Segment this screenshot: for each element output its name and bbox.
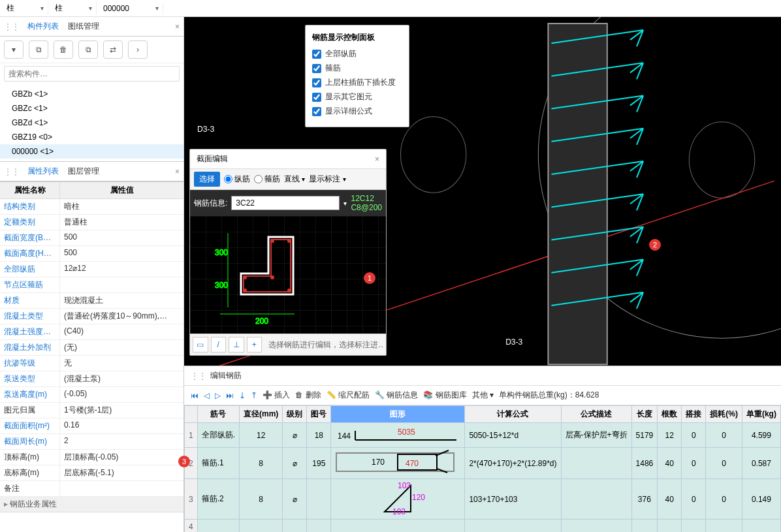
property-row[interactable]: 定额类别普通柱 — [0, 215, 183, 230]
tab-drawing-manage[interactable]: 图纸管理 — [67, 20, 101, 33]
property-row[interactable]: 材质现浇混凝土 — [0, 293, 183, 309]
rebar-check[interactable]: 全部纵筋 — [312, 48, 402, 59]
scale-button[interactable]: 📏 缩尺配筋 — [327, 390, 370, 401]
prop-value[interactable]: 层底标高(-5.1) — [60, 465, 183, 481]
item-dropdown[interactable]: 000000▾ — [99, 3, 163, 14]
import-icon[interactable]: ⤒ — [251, 391, 257, 400]
drag-handle-icon[interactable]: ⋮⋮ — [191, 371, 206, 381]
table-row[interactable]: 2箍筋.18⌀1951704702*(470+170)+2*(12.89*d)1… — [185, 448, 781, 479]
col-header[interactable]: 损耗(%) — [706, 406, 742, 423]
category-dropdown-1[interactable]: 柱▾ — [3, 1, 48, 15]
switch-button[interactable]: ⇄ — [103, 40, 123, 59]
tab-property-list[interactable]: 属性列表 — [26, 164, 60, 178]
col-header[interactable]: 筋号 — [197, 406, 239, 423]
col-header[interactable]: 级别 — [283, 406, 307, 423]
col-header[interactable]: 搭接 — [682, 406, 706, 423]
col-header[interactable]: 图号 — [307, 406, 331, 423]
tree-item[interactable]: GBZc <1> — [0, 101, 183, 116]
show-annotation-dropdown[interactable]: 显示标注 ▾ — [309, 174, 345, 185]
insert-button[interactable]: ➕ 插入 — [263, 390, 290, 401]
duplicate-button[interactable]: ⧉ — [78, 40, 98, 59]
property-row[interactable]: 结构类别暗柱 — [0, 199, 183, 215]
prop-value[interactable] — [60, 277, 183, 293]
table-row[interactable]: 4 — [185, 520, 781, 533]
delete-button[interactable]: 🗑 删除 — [295, 390, 321, 401]
nav-next-icon[interactable]: ▷ — [215, 391, 221, 400]
rebar-check[interactable]: 显示详细公式 — [312, 106, 402, 117]
copy-button[interactable]: ⧉ — [29, 40, 48, 59]
tree-item[interactable]: GBZb <1> — [0, 87, 183, 101]
section-rebar-biz[interactable]: 钢筋业务属性 — [0, 497, 183, 512]
library-button[interactable]: 📚 钢筋图库 — [423, 390, 466, 401]
prop-value[interactable]: (无) — [60, 340, 183, 356]
prop-value[interactable]: 普通柱 — [60, 215, 183, 230]
chevron-down-icon[interactable]: ▾ — [343, 200, 347, 207]
other-dropdown[interactable]: 其他 ▾ — [472, 390, 494, 401]
drag-handle-icon[interactable]: ⋮⋮ — [4, 22, 20, 31]
radio-longitudinal[interactable]: 纵筋 — [224, 174, 250, 185]
property-row[interactable]: 泵送高度(m)(-0.05) — [0, 387, 183, 403]
viewport-3d[interactable]: D3-3 D3-3 2 钢筋显示控制面板 全部纵筋 箍筋 上层柱插筋下插长度 显… — [184, 17, 781, 366]
rebar-check[interactable]: 箍筋 — [312, 63, 402, 74]
prop-value[interactable]: 1号楼(第-1层) — [60, 403, 183, 418]
tab-layer-manage[interactable]: 图层管理 — [67, 164, 101, 178]
tab-component-list[interactable]: 构件列表 — [26, 20, 60, 33]
close-icon[interactable]: × — [175, 22, 180, 31]
col-header[interactable]: 直径(mm) — [240, 406, 283, 423]
property-row[interactable]: 备注 — [0, 481, 183, 497]
property-row[interactable]: 混凝土强度…(C40) — [0, 324, 183, 340]
property-row[interactable]: 全部纵筋12⌀12 — [0, 262, 183, 277]
export-icon[interactable]: ⤓ — [239, 391, 246, 400]
col-header[interactable] — [185, 406, 198, 423]
prop-value[interactable]: 无 — [60, 356, 183, 371]
nav-prev-icon[interactable]: ◁ — [204, 391, 210, 400]
info-button[interactable]: 🔧 钢筋信息 — [375, 390, 418, 401]
close-icon[interactable]: × — [375, 155, 379, 164]
col-header[interactable]: 计算公式 — [465, 406, 561, 423]
tree-item[interactable]: GBZ19 <0> — [0, 130, 183, 144]
search-input[interactable] — [4, 66, 180, 82]
tool-line-icon[interactable]: / — [211, 337, 227, 352]
col-header[interactable]: 根数 — [658, 406, 682, 423]
rebar-grid[interactable]: 筋号直径(mm)级别图号图形计算公式公式描述长度根数搭接损耗(%)单重(kg) … — [184, 405, 781, 532]
rebar-info-input[interactable] — [231, 196, 340, 210]
table-row[interactable]: 1全部纵筋.12⌀1814450355050-15+12*d层高-保护层+弯折5… — [185, 423, 781, 448]
prop-value[interactable]: 层顶标高(-0.05) — [60, 450, 183, 465]
rebar-check[interactable]: 显示其它图元 — [312, 91, 402, 102]
prop-value[interactable]: 12⌀12 — [60, 262, 183, 277]
rebar-check[interactable]: 上层柱插筋下插长度 — [312, 77, 402, 88]
property-row[interactable]: 截面高度(H…500 — [0, 246, 183, 262]
tree-item[interactable]: GBZd <1> — [0, 116, 183, 130]
tool-perp-icon[interactable]: ⊥ — [229, 337, 244, 352]
prop-value[interactable]: 0.16 — [60, 418, 183, 434]
property-row[interactable]: 抗渗等级无 — [0, 356, 183, 371]
prop-value[interactable]: 暗柱 — [60, 199, 183, 215]
property-row[interactable]: 顶标高(m)层顶标高(-0.05) — [0, 450, 183, 465]
nav-last-icon[interactable]: ⏭ — [226, 391, 234, 400]
more-button[interactable]: › — [128, 40, 148, 59]
select-button[interactable]: 选择 — [194, 172, 220, 187]
property-row[interactable]: 混凝土外加剂(无) — [0, 340, 183, 356]
prop-value[interactable]: 500 — [60, 230, 183, 246]
col-header[interactable]: 长度 — [631, 406, 658, 423]
property-row[interactable]: 截面面积(m²)0.16 — [0, 418, 183, 434]
category-dropdown-2[interactable]: 柱▾ — [51, 1, 97, 15]
col-header[interactable]: 图形 — [331, 406, 465, 423]
property-row[interactable]: 截面周长(m)2 — [0, 434, 183, 450]
nav-first-icon[interactable]: ⏮ — [191, 391, 199, 400]
delete-button[interactable]: 🗑 — [54, 40, 73, 59]
col-header[interactable]: 公式描述 — [561, 406, 631, 423]
prop-value[interactable]: 2 — [60, 434, 183, 450]
prop-value[interactable]: 现浇混凝土 — [60, 293, 183, 309]
close-icon[interactable]: × — [175, 167, 180, 176]
prop-value[interactable]: (混凝土泵) — [60, 371, 183, 387]
tool-rect-icon[interactable]: ▭ — [193, 337, 208, 352]
property-row[interactable]: 混凝土类型(普通砼(坍落度10～90mm),… — [0, 309, 183, 324]
line-type-dropdown[interactable]: 直线 ▾ — [284, 174, 305, 185]
property-row[interactable]: 底标高(m)层底标高(-5.1) — [0, 465, 183, 481]
section-canvas[interactable]: 300 300 200 1 — [190, 216, 386, 334]
property-row[interactable]: 节点区箍筋 — [0, 277, 183, 293]
table-row[interactable]: 3箍筋.28⌀103120103103+170+10337640000.149 — [185, 479, 781, 520]
new-button[interactable]: ▾ — [4, 40, 24, 59]
property-row[interactable]: 截面宽度(B…500 — [0, 230, 183, 246]
